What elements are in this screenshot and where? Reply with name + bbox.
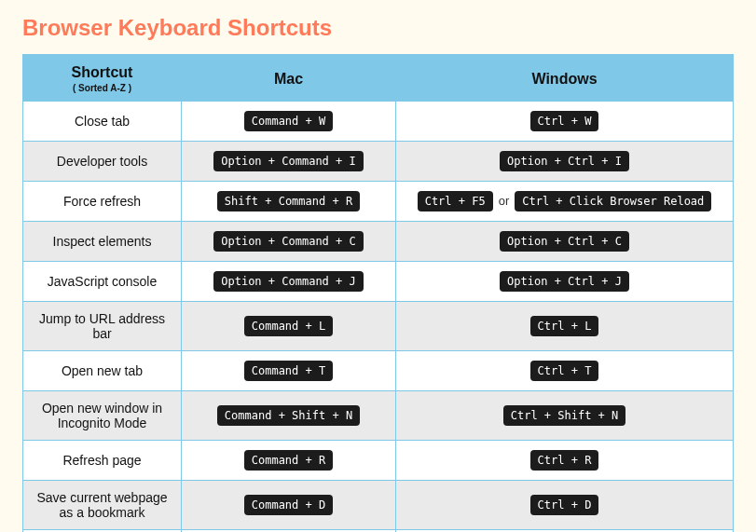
keyboard-shortcut: Command + R: [244, 450, 333, 471]
windows-shortcut-cell: Ctrl + F5orCtrl + Click Browser Reload: [396, 182, 734, 222]
keyboard-shortcut: Ctrl + Click Browser Reload: [515, 191, 711, 211]
table-row: Jump to URL address barCommand + LCtrl +…: [23, 302, 734, 351]
windows-shortcut-cell: Ctrl + W: [396, 102, 734, 142]
shortcut-name: Refresh page: [23, 441, 182, 481]
column-header-windows: Windows: [396, 55, 734, 102]
shortcut-name: Close tab: [23, 102, 182, 142]
keyboard-shortcut: Option + Ctrl + I: [500, 151, 629, 171]
shortcuts-table: Shortcut ( Sorted A-Z ) Mac Windows Clos…: [22, 54, 734, 532]
table-row: Save current webpage as a bookmarkComman…: [23, 481, 734, 530]
shortcut-name: Developer tools: [23, 142, 182, 182]
keyboard-shortcut: Command + Shift + N: [217, 405, 360, 426]
mac-shortcut-cell: Shift + Command + R: [182, 182, 396, 222]
shortcut-name: Open new tab: [23, 351, 182, 391]
mac-shortcut-cell: Option + Command + I: [182, 142, 396, 182]
windows-shortcut-cell: Ctrl + Shift + N: [396, 391, 734, 441]
keyboard-shortcut: Option + Command + C: [213, 231, 364, 252]
column-header-shortcut-sub: ( Sorted A-Z ): [29, 83, 175, 93]
mac-shortcut-cell: Command + W: [182, 102, 396, 142]
keyboard-shortcut: Ctrl + W: [530, 111, 599, 131]
windows-shortcut-cell: Ctrl + R: [396, 441, 734, 481]
keyboard-shortcut: Option + Ctrl + C: [500, 231, 629, 252]
keyboard-shortcut: Option + Command + I: [213, 151, 364, 171]
windows-shortcut-cell: Option + Ctrl + J: [396, 262, 734, 302]
shortcut-name: JavaScript console: [23, 262, 182, 302]
column-header-mac: Mac: [182, 55, 396, 102]
windows-shortcut-cell: Option + Ctrl + C: [396, 222, 734, 262]
table-row: Inspect elementsOption + Command + COpti…: [23, 222, 734, 262]
keyboard-shortcut: Option + Command + J: [213, 271, 364, 292]
mac-shortcut-cell: Option + Command + C: [182, 222, 396, 262]
keyboard-shortcut: Ctrl + F5: [418, 191, 493, 211]
table-row: Refresh pageCommand + RCtrl + R: [23, 441, 734, 481]
keyboard-shortcut: Command + L: [244, 316, 333, 336]
keyboard-shortcut: Command + T: [244, 361, 333, 381]
windows-shortcut-cell: Option + Ctrl + I: [396, 142, 734, 182]
mac-shortcut-cell: Command + R: [182, 441, 396, 481]
table-row: JavaScript consoleOption + Command + JOp…: [23, 262, 734, 302]
keyboard-shortcut: Ctrl + D: [530, 495, 599, 515]
mac-shortcut-cell: Option + Command + J: [182, 262, 396, 302]
keyboard-shortcut: Command + D: [244, 495, 333, 515]
mac-shortcut-cell: Command + L: [182, 302, 396, 351]
mac-shortcut-cell: Command + Shift + N: [182, 391, 396, 441]
windows-shortcut-cell: Ctrl + L: [396, 302, 734, 351]
keyboard-shortcut: Shift + Command + R: [217, 191, 360, 211]
windows-shortcut-cell: Ctrl + T: [396, 351, 734, 391]
table-row: Open new tabCommand + TCtrl + T: [23, 351, 734, 391]
table-row: Open new window in Incognito ModeCommand…: [23, 391, 734, 441]
mac-shortcut-cell: Command + T: [182, 351, 396, 391]
shortcut-name: Inspect elements: [23, 222, 182, 262]
shortcut-name: Force refresh: [23, 182, 182, 222]
keyboard-shortcut: Ctrl + Shift + N: [503, 405, 626, 426]
shortcut-name: Save current webpage as a bookmark: [23, 481, 182, 530]
column-header-shortcut-label: Shortcut: [72, 64, 133, 80]
shortcut-name: Jump to URL address bar: [23, 302, 182, 351]
page-title: Browser Keyboard Shortcuts: [22, 15, 734, 41]
keyboard-shortcut: Command + W: [244, 111, 333, 131]
table-row: Developer toolsOption + Command + IOptio…: [23, 142, 734, 182]
table-row: Close tabCommand + WCtrl + W: [23, 102, 734, 142]
keyboard-shortcut: Option + Ctrl + J: [500, 271, 629, 292]
mac-shortcut-cell: Command + D: [182, 481, 396, 530]
keyboard-shortcut: Ctrl + R: [530, 450, 599, 471]
windows-shortcut-cell: Ctrl + D: [396, 481, 734, 530]
table-row: Force refreshShift + Command + RCtrl + F…: [23, 182, 734, 222]
keyboard-shortcut: Ctrl + T: [530, 361, 599, 381]
shortcut-name: Open new window in Incognito Mode: [23, 391, 182, 441]
column-header-shortcut: Shortcut ( Sorted A-Z ): [23, 55, 182, 102]
or-separator: or: [499, 194, 510, 208]
keyboard-shortcut: Ctrl + L: [530, 316, 599, 336]
